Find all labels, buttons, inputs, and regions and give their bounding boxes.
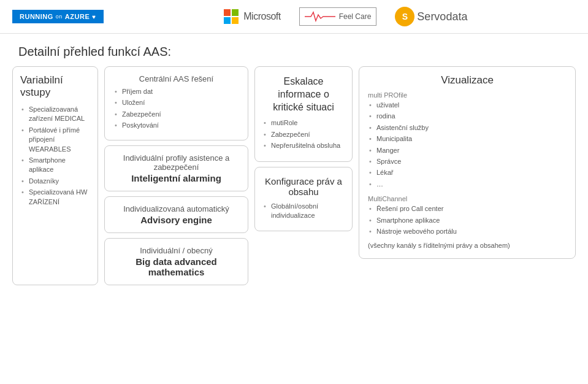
vizualizace-title: Vizualizace [368, 74, 567, 86]
list-item: Řešení pro Call center [368, 204, 567, 213]
bigdata-regular: Individuální / obecný [113, 246, 239, 255]
servodata-logo: S Servodata [395, 7, 467, 26]
advisory-regular: Individualizovaná automatický [113, 204, 239, 213]
central-aas-card: Centrální AAS řešení Příjem dat Uložení … [104, 66, 248, 140]
inteligentni-bold: Inteligentní alarming [113, 173, 239, 183]
list-item: Správce [368, 157, 567, 166]
feelcare-logo: Feel Care [299, 7, 377, 26]
microsoft-squares-icon [224, 9, 239, 24]
servodata-name: Servodata [417, 10, 467, 23]
header-logos: Microsoft Feel Care S Servodata [116, 7, 576, 26]
list-item: Globální/osobní individualizace [262, 202, 345, 221]
konfigurace-list: Globální/osobní individualizace [262, 202, 345, 221]
list-item: Příjem dat [113, 87, 239, 96]
list-item: Nepřerušitelná obsluha [262, 141, 345, 150]
eskalace-title: Eskalace informace o kritické situaci [262, 75, 345, 113]
list-item: Zabezpečení [262, 130, 345, 139]
list-item: … [368, 180, 567, 189]
list-item: rodina [368, 112, 567, 121]
inteligentni-card: Individuální profily asistence a zabezpe… [104, 145, 248, 191]
inteligentni-regular: Individuální profily asistence a zabezpe… [113, 153, 239, 172]
microsoft-name: Microsoft [243, 11, 280, 22]
central-aas-list: Příjem dat Uložení Zabezpečení Poskytová… [113, 87, 239, 131]
list-item: Municipalita [368, 134, 567, 144]
list-item: Lékař [368, 168, 567, 177]
vizualizace-card: Vizualizace multi PROfile uživatel rodin… [359, 66, 576, 259]
variabilni-card: Variabilní vstupy Specializoavaná zaříze… [12, 66, 98, 285]
bigdata-card: Individuální / obecný Big data advanced … [104, 238, 248, 285]
page-title-section: Detailní přehled funkcí AAS: [0, 34, 588, 66]
azure-badge: RUNNING on AZURE ♥ [12, 10, 104, 23]
col-vizualizace: Vizualizace multi PROfile uživatel rodin… [359, 66, 576, 285]
viz-bottom-note: (všechny kanály s říditelnými právy a ob… [368, 241, 567, 250]
azure-heart-icon: ♥ [92, 13, 96, 20]
col-variabilni: Variabilní vstupy Specializoavaná zaříze… [12, 66, 98, 285]
list-item: Portálové i přímé připojení WEARABLES [20, 126, 90, 154]
multichannel-list: Řešení pro Call center Smartphone aplika… [368, 204, 567, 236]
list-item: Smartphone aplikace [368, 216, 567, 225]
bigdata-bold: Big data advanced mathematics [113, 256, 239, 277]
servodata-initial: S [402, 12, 408, 21]
list-item: Manger [368, 146, 567, 155]
advisory-bold: Advisory engine [113, 215, 239, 225]
list-item: Poskytování [113, 121, 239, 130]
central-aas-title: Centrální AAS řešení [113, 74, 239, 83]
variabilni-list: Specializoavaná zařízení MEDICAL Portálo… [20, 105, 90, 207]
advisory-card: Individualizovaná automatický Advisory e… [104, 196, 248, 233]
page-title: Detailní přehled funkcí AAS: [18, 45, 570, 59]
list-item: Smartphone aplikace [20, 156, 90, 175]
list-item: Asistenční služby [368, 123, 567, 132]
heartbeat-icon [305, 10, 335, 23]
multi-profile-list: uživatel rodina Asistenční služby Munici… [368, 101, 567, 189]
list-item: Specializoavaná zařízení MEDICAL [20, 105, 90, 124]
eskalace-list: mutiRole Zabezpečení Nepřerušitelná obsl… [262, 118, 345, 150]
list-item: Uložení [113, 98, 239, 107]
konfigurace-title: Konfigurace práv a obsahu [262, 176, 345, 197]
eskalace-card: Eskalace informace o kritické situaci mu… [254, 66, 353, 162]
microsoft-logo: Microsoft [224, 9, 280, 24]
main-content: Variabilní vstupy Specializoavaná zaříze… [0, 66, 588, 298]
list-item: Zabezpečení [113, 110, 239, 119]
col-central: Centrální AAS řešení Příjem dat Uložení … [104, 66, 248, 285]
azure-name-label: AZURE [65, 13, 90, 20]
list-item: Nástroje webového portálu [368, 227, 567, 236]
multi-profile-label: multi PROfile [368, 91, 567, 99]
variabilni-title: Variabilní vstupy [20, 74, 90, 99]
list-item: uživatel [368, 101, 567, 110]
servodata-circle-icon: S [395, 7, 414, 26]
feelcare-name: Feel Care [339, 12, 372, 21]
azure-running-label: RUNNING [20, 13, 53, 20]
list-item: Specializovaná HW ZAŘÍZENÍ [20, 188, 90, 207]
header: RUNNING on AZURE ♥ Microsoft Feel Care [0, 0, 588, 34]
col-eskalace: Eskalace informace o kritické situaci mu… [254, 66, 353, 285]
konfigurace-card: Konfigurace práv a obsahu Globální/osobn… [254, 167, 353, 232]
list-item: Dotazníky [20, 177, 90, 186]
list-item: mutiRole [262, 118, 345, 128]
azure-on-label: on [56, 13, 63, 20]
multichannel-label: MultiChannel [368, 195, 567, 202]
